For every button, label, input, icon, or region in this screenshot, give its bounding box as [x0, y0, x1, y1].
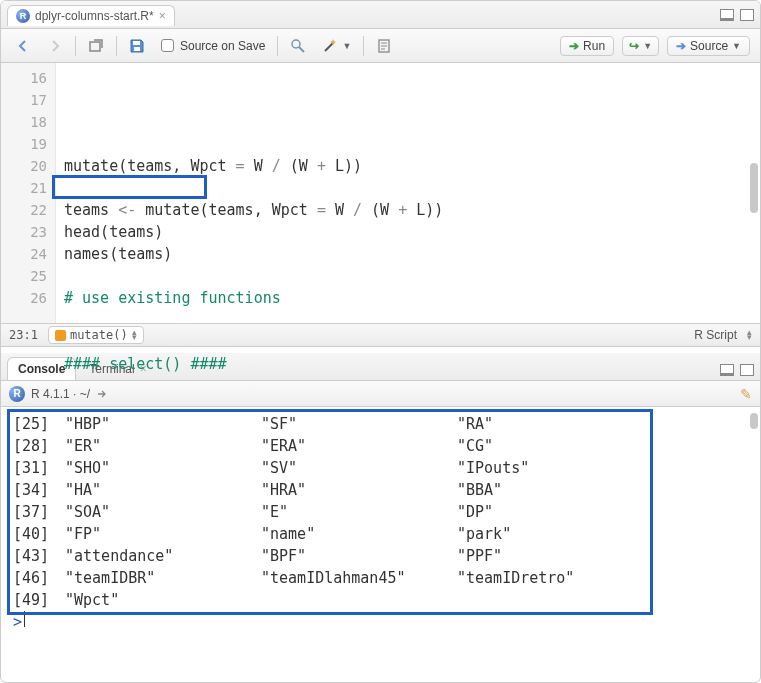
line-number: 23: [1, 221, 47, 243]
wand-icon: [322, 38, 338, 54]
popout-icon: [88, 38, 104, 54]
row-value: "Wpct": [65, 589, 261, 611]
code-area[interactable]: mutate(teams, Wpct = W / (W + L)) teams …: [56, 63, 760, 323]
row-value: "HRA": [261, 479, 457, 501]
r-file-icon: R: [16, 9, 30, 23]
code-line[interactable]: teams <- mutate(teams, Wpct = W / (W + L…: [64, 199, 760, 221]
code-line[interactable]: [64, 309, 760, 331]
file-tab[interactable]: R dplyr-columns-start.R* ×: [7, 5, 175, 26]
save-icon: [129, 38, 145, 54]
clear-console-icon[interactable]: ✎: [740, 386, 752, 402]
back-button[interactable]: [11, 36, 35, 56]
prompt-symbol: >: [13, 611, 22, 633]
svg-rect-1: [133, 41, 140, 45]
forward-button[interactable]: [43, 36, 67, 56]
source-on-save-toggle[interactable]: Source on Save: [157, 37, 269, 55]
rerun-button[interactable]: ↪ ▼: [622, 36, 659, 56]
code-line[interactable]: [64, 177, 760, 199]
row-value: "teamIDBR": [65, 567, 261, 589]
console-prompt-line[interactable]: >: [13, 611, 748, 633]
console-session-label: R 4.1.1 · ~/: [31, 387, 90, 401]
row-index: [31]: [13, 457, 65, 479]
file-tab-title: dplyr-columns-start.R*: [35, 9, 154, 23]
source-button[interactable]: ➔ Source ▼: [667, 36, 750, 56]
row-value: "SF": [261, 413, 457, 435]
row-value: "attendance": [65, 545, 261, 567]
svg-rect-0: [90, 42, 100, 51]
caret-down-icon: ▼: [732, 41, 741, 51]
console-toolbar: R R 4.1.1 · ~/ ✎: [1, 381, 760, 407]
row-value: "IPouts": [457, 457, 653, 479]
minimize-pane-icon[interactable]: [720, 9, 734, 21]
row-value: "E": [261, 501, 457, 523]
row-value: "SHO": [65, 457, 261, 479]
line-number: 21: [1, 177, 47, 199]
pane-window-controls: [720, 9, 754, 21]
maximize-pane-icon[interactable]: [740, 9, 754, 21]
row-value: [457, 589, 653, 611]
code-line[interactable]: mutate(teams, Wpct = W / (W + L)): [64, 155, 760, 177]
checkbox-icon: [161, 39, 174, 52]
row-value: "ERA": [261, 435, 457, 457]
popout-icon[interactable]: [96, 388, 108, 400]
row-index: [25]: [13, 413, 65, 435]
console-row: [25]"HBP""SF""RA": [13, 413, 748, 435]
console-row: [37]"SOA""E""DP": [13, 501, 748, 523]
line-number: 16: [1, 67, 47, 89]
line-number: 24: [1, 243, 47, 265]
row-index: [46]: [13, 567, 65, 589]
editor-scrollbar[interactable]: [750, 163, 758, 213]
console-row: [49]"Wpct": [13, 589, 748, 611]
run-button[interactable]: ➔ Run: [560, 36, 614, 56]
editor-toolbar: Source on Save ▼ ➔ Run ↪ ▼ ➔ Source ▼: [1, 29, 760, 63]
row-value: "PPF": [457, 545, 653, 567]
close-icon[interactable]: ×: [159, 9, 166, 23]
cursor: [24, 611, 25, 627]
code-line[interactable]: # use existing functions: [64, 287, 760, 309]
console-row: [31]"SHO""SV""IPouts": [13, 457, 748, 479]
cursor-position: 23:1: [9, 328, 38, 342]
source-arrow-icon: ➔: [676, 39, 686, 53]
row-value: "ER": [65, 435, 261, 457]
code-line[interactable]: [64, 133, 760, 155]
line-number: 18: [1, 111, 47, 133]
console-row: [46]"teamIDBR""teamIDlahman45""teamIDret…: [13, 567, 748, 589]
row-value: "park": [457, 523, 653, 545]
code-line[interactable]: #### select() ####: [64, 353, 760, 375]
separator: [116, 36, 117, 56]
row-value: "teamIDlahman45": [261, 567, 457, 589]
run-arrow-icon: ➔: [569, 39, 579, 53]
caret-down-icon: ▼: [342, 41, 351, 51]
separator: [75, 36, 76, 56]
row-value: "HA": [65, 479, 261, 501]
console-scrollbar[interactable]: [750, 413, 758, 429]
code-line[interactable]: head(teams): [64, 221, 760, 243]
source-label: Source: [690, 39, 728, 53]
row-value: "FP": [65, 523, 261, 545]
line-number: 22: [1, 199, 47, 221]
notebook-icon: [376, 38, 392, 54]
line-number: 19: [1, 133, 47, 155]
separator: [277, 36, 278, 56]
code-line[interactable]: [64, 331, 760, 353]
editor-tabbar: R dplyr-columns-start.R* ×: [1, 1, 760, 29]
code-line[interactable]: [64, 265, 760, 287]
code-line[interactable]: names(teams): [64, 243, 760, 265]
compile-report-button[interactable]: [372, 36, 396, 56]
forward-arrow-icon: [47, 38, 63, 54]
code-tools-button[interactable]: ▼: [318, 36, 355, 56]
code-editor[interactable]: 1617181920212223242526 mutate(teams, Wpc…: [1, 63, 760, 323]
console-output[interactable]: [25]"HBP""SF""RA"[28]"ER""ERA""CG"[31]"S…: [1, 407, 760, 643]
separator: [363, 36, 364, 56]
tab-console-label: Console: [18, 362, 65, 376]
row-value: "SOA": [65, 501, 261, 523]
row-value: "RA": [457, 413, 653, 435]
save-button[interactable]: [125, 36, 149, 56]
row-value: "CG": [457, 435, 653, 457]
row-index: [40]: [13, 523, 65, 545]
run-label: Run: [583, 39, 605, 53]
r-logo-icon: R: [9, 386, 25, 402]
row-value: "HBP": [65, 413, 261, 435]
find-button[interactable]: [286, 36, 310, 56]
show-in-new-window-button[interactable]: [84, 36, 108, 56]
